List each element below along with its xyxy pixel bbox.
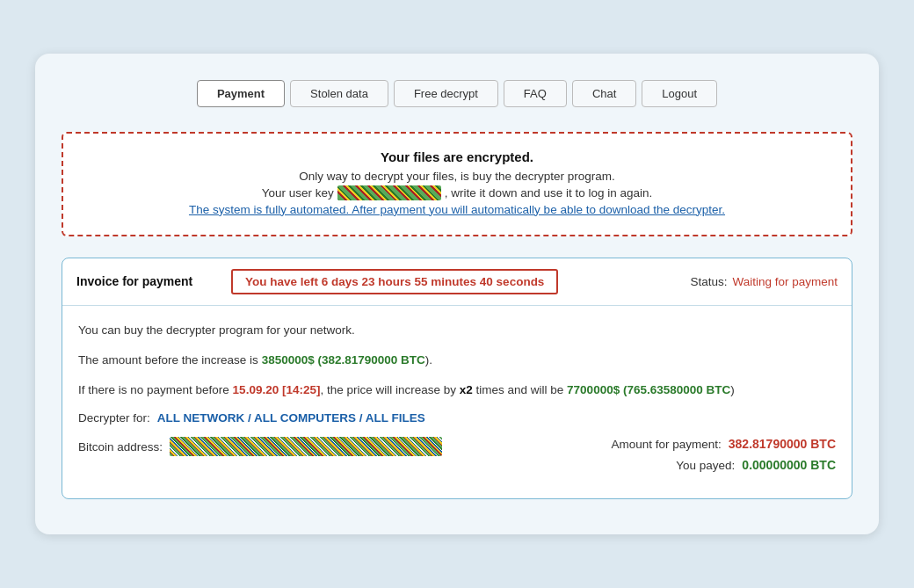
nav-logout[interactable]: Logout bbox=[642, 80, 717, 107]
status-area: Status: Waiting for payment bbox=[690, 275, 838, 288]
nav-free-decrypt[interactable]: Free decrypt bbox=[394, 80, 498, 107]
alert-line1: Only way to decrypt your files, is buy t… bbox=[84, 170, 830, 183]
amount-usd: 3850000$ bbox=[262, 353, 315, 367]
invoice-header: Invoice for payment You have left 6 days… bbox=[62, 258, 852, 306]
deadline-btc2: 765.63580000 BTC bbox=[627, 383, 730, 396]
nav-payment[interactable]: Payment bbox=[197, 80, 285, 107]
bitcoin-address-image bbox=[170, 437, 442, 456]
deadline-end: ) bbox=[730, 383, 735, 396]
deadline-mid: , the price will increase by bbox=[320, 383, 459, 396]
alert-line3: The system is fully automated. After pay… bbox=[84, 203, 830, 216]
bitcoin-row: Bitcoin address: Amount for payment: 382… bbox=[78, 437, 836, 479]
user-key: ████████████ bbox=[337, 185, 442, 200]
nav-stolen-data[interactable]: Stolen data bbox=[290, 80, 388, 107]
amount-for-payment-label: Amount for payment: bbox=[611, 438, 721, 451]
alert-title: Your files are encrypted. bbox=[84, 149, 830, 164]
status-label: Status: bbox=[690, 275, 727, 288]
amount-btc: 382.81790000 BTC bbox=[322, 353, 425, 367]
deadline-mid2: times and will be bbox=[473, 383, 567, 396]
main-container: Payment Stolen data Free decrypt FAQ Cha… bbox=[35, 54, 879, 535]
invoice-box: Invoice for payment You have left 6 days… bbox=[62, 258, 852, 500]
deadline-mult: x2 bbox=[460, 383, 473, 396]
alert-box: Your files are encrypted. Only way to de… bbox=[62, 132, 852, 236]
deadline-date: 15.09.20 [14:25] bbox=[233, 383, 321, 396]
amount-for-payment-row: Amount for payment: 382.81790000 BTC bbox=[611, 437, 836, 451]
status-value: Waiting for payment bbox=[732, 275, 838, 288]
invoice-body: You can buy the decrypter program for yo… bbox=[62, 306, 852, 499]
decrypter-targets: ALL NETWORK / ALL COMPUTERS / ALL FILES bbox=[157, 411, 425, 425]
deadline-usd2: 7700000$ bbox=[567, 383, 620, 396]
payment-info-col: Amount for payment: 382.81790000 BTC You… bbox=[611, 437, 836, 479]
auto-link[interactable]: The system is fully automated. After pay… bbox=[189, 203, 725, 216]
nav-chat[interactable]: Chat bbox=[572, 80, 636, 107]
alert-line2-prefix: Your user key bbox=[262, 186, 337, 200]
you-payed-row: You payed: 0.00000000 BTC bbox=[611, 458, 836, 472]
amount-prefix: The amount before the increase is bbox=[78, 353, 262, 367]
nav-faq[interactable]: FAQ bbox=[504, 80, 567, 107]
alert-line2: Your user key ████████████ , write it do… bbox=[84, 185, 830, 200]
body-line1: You can buy the decrypter program for yo… bbox=[78, 322, 836, 339]
bitcoin-label: Bitcoin address: bbox=[78, 440, 163, 454]
amount-suffix: ). bbox=[425, 353, 432, 367]
body-deadline: If there is no payment before 15.09.20 [… bbox=[78, 381, 836, 399]
amount-for-payment-value: 382.81790000 BTC bbox=[729, 437, 836, 451]
invoice-title: Invoice for payment bbox=[76, 274, 217, 288]
nav-bar: Payment Stolen data Free decrypt FAQ Cha… bbox=[62, 80, 852, 107]
you-payed-value: 0.00000000 BTC bbox=[742, 458, 836, 472]
alert-line2-suffix: , write it down and use it to log in aga… bbox=[445, 186, 652, 200]
decrypter-label: Decrypter for: bbox=[78, 411, 150, 425]
you-payed-label: You payed: bbox=[676, 459, 735, 472]
body-amount: The amount before the increase is 385000… bbox=[78, 352, 836, 369]
timer-box: You have left 6 days 23 hours 55 minutes… bbox=[231, 269, 558, 294]
deadline-prefix: If there is no payment before bbox=[78, 383, 233, 396]
decrypter-line: Decrypter for: ALL NETWORK / ALL COMPUTE… bbox=[78, 411, 836, 425]
bitcoin-address-col: Bitcoin address: bbox=[78, 437, 442, 456]
